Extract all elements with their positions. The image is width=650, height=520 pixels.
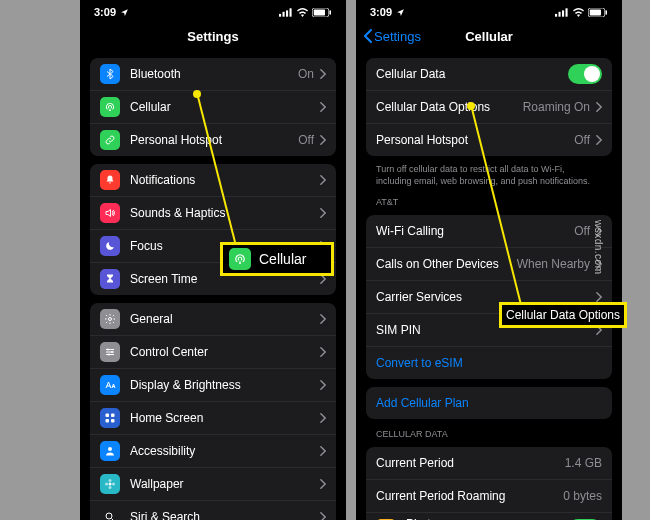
row-general[interactable]: General bbox=[90, 303, 336, 335]
section-header: CELLULAR DATA bbox=[376, 429, 602, 439]
row-cellular-data[interactable]: Cellular Data bbox=[366, 58, 612, 90]
callout-label: Cellular Data Options bbox=[506, 308, 620, 322]
bluetooth-icon bbox=[100, 64, 120, 84]
chevron-right-icon bbox=[596, 135, 602, 145]
watermark: wsxdn.com bbox=[593, 220, 604, 275]
svg-point-7 bbox=[109, 318, 112, 321]
row-current-period-roaming[interactable]: Current Period Roaming0 bytes bbox=[366, 479, 612, 512]
svg-rect-3 bbox=[290, 8, 292, 16]
person-icon bbox=[100, 441, 120, 461]
chevron-right-icon bbox=[320, 135, 326, 145]
row-personal-hotspot[interactable]: Personal HotspotOff bbox=[366, 123, 612, 156]
row-label: Calls on Other Devices bbox=[376, 257, 511, 271]
clock: 3:09 bbox=[94, 6, 116, 18]
row-value: Roaming On bbox=[523, 100, 590, 114]
section: Cellular DataCellular Data OptionsRoamin… bbox=[366, 58, 612, 156]
chevron-right-icon bbox=[320, 208, 326, 218]
svg-point-16 bbox=[109, 483, 112, 486]
bell-icon bbox=[100, 170, 120, 190]
flower-icon bbox=[100, 474, 120, 494]
row-sounds-haptics[interactable]: Sounds & Haptics bbox=[90, 196, 336, 229]
svg-rect-12 bbox=[111, 414, 115, 418]
hourglass-icon bbox=[100, 269, 120, 289]
clock: 3:09 bbox=[370, 6, 392, 18]
row-control-center[interactable]: Control Center bbox=[90, 335, 336, 368]
svg-rect-0 bbox=[279, 13, 281, 16]
statusbar-left: 3:09 bbox=[370, 6, 405, 18]
textsize-icon bbox=[100, 375, 120, 395]
moon-icon bbox=[100, 236, 120, 256]
row-label: Personal Hotspot bbox=[376, 133, 568, 147]
row-value: When Nearby bbox=[517, 257, 590, 271]
callout-cellular: Cellular bbox=[220, 242, 334, 276]
row-value: Off bbox=[574, 133, 590, 147]
chevron-right-icon bbox=[320, 479, 326, 489]
svg-rect-28 bbox=[559, 11, 561, 16]
signal-icon bbox=[555, 8, 569, 17]
chevron-right-icon bbox=[320, 446, 326, 456]
chevron-right-icon bbox=[320, 413, 326, 423]
row-accessibility[interactable]: Accessibility bbox=[90, 434, 336, 467]
wifi-icon bbox=[572, 8, 585, 17]
svg-point-9 bbox=[111, 351, 113, 353]
svg-point-20 bbox=[112, 483, 115, 486]
cellular-screen: 3:09 Settings Cellular Cellular DataCell… bbox=[356, 0, 622, 520]
row-label: Bluetooth bbox=[130, 67, 292, 81]
page-title: Settings bbox=[187, 29, 238, 44]
svg-rect-29 bbox=[562, 10, 564, 16]
svg-rect-14 bbox=[111, 419, 115, 423]
chevron-right-icon bbox=[320, 314, 326, 324]
row-home-screen[interactable]: Home Screen bbox=[90, 401, 336, 434]
row-label: Add Cellular Plan bbox=[376, 396, 602, 410]
svg-point-15 bbox=[108, 447, 112, 451]
chevron-right-icon bbox=[320, 102, 326, 112]
svg-rect-6 bbox=[330, 10, 332, 15]
chevron-right-icon bbox=[320, 380, 326, 390]
row-label: Current Period Roaming bbox=[376, 489, 557, 503]
row-photos[interactable]: Photos643 MB bbox=[366, 512, 612, 520]
row-convert-to-esim[interactable]: Convert to eSIM bbox=[366, 346, 612, 379]
row-wallpaper[interactable]: Wallpaper bbox=[90, 467, 336, 500]
svg-point-18 bbox=[109, 486, 112, 489]
leader-dot bbox=[467, 102, 475, 110]
back-button[interactable]: Settings bbox=[364, 29, 421, 44]
row-calls-on-other-devices[interactable]: Calls on Other DevicesWhen Nearby bbox=[366, 247, 612, 280]
page-title: Cellular bbox=[465, 29, 513, 44]
svg-rect-30 bbox=[566, 8, 568, 16]
row-label: Home Screen bbox=[130, 411, 314, 425]
row-label: Accessibility bbox=[130, 444, 314, 458]
signal-icon bbox=[279, 8, 293, 17]
back-label: Settings bbox=[374, 29, 421, 44]
row-siri-search[interactable]: Siri & Search bbox=[90, 500, 336, 520]
search-icon bbox=[100, 507, 120, 520]
svg-point-8 bbox=[107, 349, 109, 351]
navbar: Settings Cellular bbox=[356, 22, 622, 50]
row-wi-fi-calling[interactable]: Wi-Fi CallingOff bbox=[366, 215, 612, 247]
svg-rect-32 bbox=[590, 9, 601, 15]
svg-point-17 bbox=[109, 479, 112, 482]
toggle[interactable] bbox=[568, 64, 602, 84]
antenna-icon bbox=[229, 248, 251, 270]
row-value: Off bbox=[298, 133, 314, 147]
chevron-right-icon bbox=[320, 175, 326, 185]
section-header: AT&T bbox=[376, 197, 602, 207]
row-display-brightness[interactable]: Display & Brightness bbox=[90, 368, 336, 401]
status-bar: 3:09 bbox=[80, 0, 346, 22]
navbar: Settings bbox=[80, 22, 346, 50]
svg-rect-27 bbox=[555, 13, 557, 16]
row-notifications[interactable]: Notifications bbox=[90, 164, 336, 196]
row-bluetooth[interactable]: BluetoothOn bbox=[90, 58, 336, 90]
row-label: Wi-Fi Calling bbox=[376, 224, 568, 238]
row-add-cellular-plan[interactable]: Add Cellular Plan bbox=[366, 387, 612, 419]
sliders-icon bbox=[100, 342, 120, 362]
row-current-period[interactable]: Current Period1.4 GB bbox=[366, 447, 612, 479]
row-cellular[interactable]: Cellular bbox=[90, 90, 336, 123]
battery-icon bbox=[312, 8, 332, 17]
statusbar-right bbox=[279, 8, 332, 17]
svg-point-10 bbox=[108, 354, 110, 356]
row-cellular-data-options[interactable]: Cellular Data OptionsRoaming On bbox=[366, 90, 612, 123]
row-value: 1.4 GB bbox=[565, 456, 602, 470]
row-label: Notifications bbox=[130, 173, 314, 187]
location-icon bbox=[120, 8, 129, 17]
svg-rect-11 bbox=[106, 414, 110, 418]
